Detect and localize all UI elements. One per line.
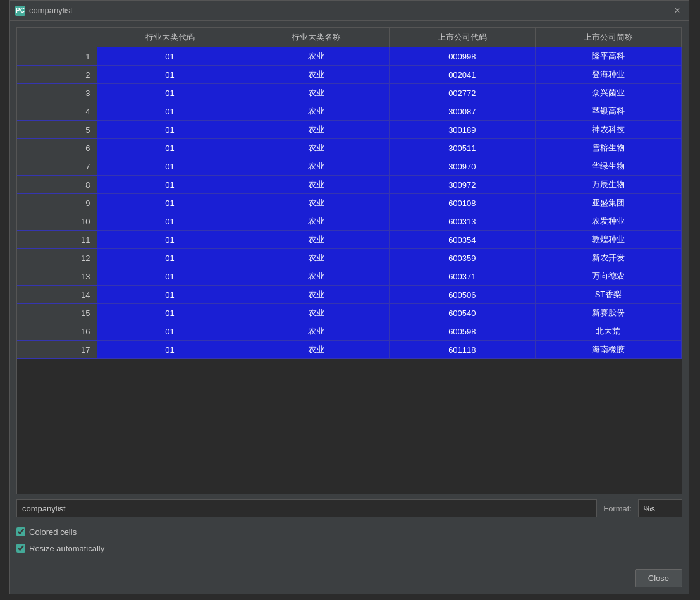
cell-row-num: 6 bbox=[17, 139, 97, 157]
table-row: 701农业300970华绿生物 bbox=[17, 157, 682, 176]
close-button[interactable]: Close bbox=[635, 569, 682, 587]
cell-col4: 隆平高科 bbox=[535, 47, 681, 66]
cell-col2: 农业 bbox=[243, 66, 389, 84]
cell-col1: 01 bbox=[97, 212, 243, 231]
format-input[interactable] bbox=[638, 499, 682, 517]
cell-col1: 01 bbox=[97, 194, 243, 212]
cell-row-num: 14 bbox=[17, 286, 97, 304]
app-icon: PC bbox=[15, 6, 25, 16]
format-label: Format: bbox=[603, 504, 632, 513]
col-header-stock-code: 上市公司代码 bbox=[389, 28, 535, 47]
cell-row-num: 13 bbox=[17, 267, 97, 286]
cell-col3: 600598 bbox=[389, 322, 535, 341]
table-row: 101农业000998隆平高科 bbox=[17, 47, 682, 66]
cell-col4: 万向德农 bbox=[535, 267, 681, 286]
table-row: 1701农业601118海南橡胶 bbox=[17, 341, 682, 359]
cell-col1: 01 bbox=[97, 176, 243, 194]
close-icon[interactable]: × bbox=[671, 4, 684, 17]
cell-col4: 万辰生物 bbox=[535, 176, 681, 194]
dialog-title: companylist bbox=[29, 6, 671, 15]
table-row: 1601农业600598北大荒 bbox=[17, 322, 682, 341]
cell-col3: 300970 bbox=[389, 157, 535, 176]
cell-col2: 农业 bbox=[243, 84, 389, 102]
cell-col2: 农业 bbox=[243, 102, 389, 121]
cell-col1: 01 bbox=[97, 47, 243, 66]
bottom-actions: Close bbox=[16, 569, 682, 587]
cell-col1: 01 bbox=[97, 304, 243, 322]
cell-col1: 01 bbox=[97, 231, 243, 249]
cell-col2: 农业 bbox=[243, 194, 389, 212]
cell-row-num: 4 bbox=[17, 102, 97, 121]
table-container[interactable]: 行业大类代码 行业大类名称 上市公司代码 上市公司简称 101农业000998隆… bbox=[16, 27, 682, 494]
table-row: 1501农业600540新赛股份 bbox=[17, 304, 682, 322]
cell-col2: 农业 bbox=[243, 139, 389, 157]
resize-auto-checkbox[interactable] bbox=[16, 544, 25, 553]
col-header-row-num bbox=[17, 28, 97, 47]
cell-col4: 登海种业 bbox=[535, 66, 681, 84]
cell-col3: 300972 bbox=[389, 176, 535, 194]
cell-col1: 01 bbox=[97, 157, 243, 176]
col-header-stock-name: 上市公司简称 bbox=[535, 28, 681, 47]
col-header-industry-code: 行业大类代码 bbox=[97, 28, 243, 47]
cell-col2: 农业 bbox=[243, 249, 389, 267]
cell-col3: 600359 bbox=[389, 249, 535, 267]
table-row: 601农业300511雪榕生物 bbox=[17, 139, 682, 157]
table-row: 901农业600108亚盛集团 bbox=[17, 194, 682, 212]
cell-row-num: 12 bbox=[17, 249, 97, 267]
cell-col2: 农业 bbox=[243, 47, 389, 66]
cell-row-num: 17 bbox=[17, 341, 97, 359]
cell-col1: 01 bbox=[97, 267, 243, 286]
cell-col2: 农业 bbox=[243, 286, 389, 304]
cell-row-num: 10 bbox=[17, 212, 97, 231]
cell-col4: 众兴菌业 bbox=[535, 84, 681, 102]
cell-col4: 海南橡胶 bbox=[535, 341, 681, 359]
cell-col4: 雪榕生物 bbox=[535, 139, 681, 157]
cell-col4: ST香梨 bbox=[535, 286, 681, 304]
cell-col4: 新农开发 bbox=[535, 249, 681, 267]
table-row: 1101农业600354敦煌种业 bbox=[17, 231, 682, 249]
dialog-titlebar: PC companylist × bbox=[10, 1, 689, 21]
table-row: 1401农业600506ST香梨 bbox=[17, 286, 682, 304]
cell-col1: 01 bbox=[97, 286, 243, 304]
table-row: 501农业300189神农科技 bbox=[17, 121, 682, 139]
cell-col3: 600108 bbox=[389, 194, 535, 212]
cell-col3: 300189 bbox=[389, 121, 535, 139]
table-header-row: 行业大类代码 行业大类名称 上市公司代码 上市公司简称 bbox=[17, 28, 682, 47]
cell-row-num: 7 bbox=[17, 157, 97, 176]
cell-row-num: 11 bbox=[17, 231, 97, 249]
cell-col4: 亚盛集团 bbox=[535, 194, 681, 212]
cell-col2: 农业 bbox=[243, 176, 389, 194]
cell-col4: 北大荒 bbox=[535, 322, 681, 341]
cell-col3: 000998 bbox=[389, 47, 535, 66]
cell-col1: 01 bbox=[97, 84, 243, 102]
dialog-body: 行业大类代码 行业大类名称 上市公司代码 上市公司简称 101农业000998隆… bbox=[10, 21, 689, 594]
colored-cells-label: Colored cells bbox=[29, 527, 77, 537]
cell-row-num: 8 bbox=[17, 176, 97, 194]
bottom-controls: Format: Colored cells Resize automatical… bbox=[16, 499, 682, 587]
cell-col1: 01 bbox=[97, 341, 243, 359]
cell-row-num: 1 bbox=[17, 47, 97, 66]
cell-col3: 600371 bbox=[389, 267, 535, 286]
cell-col3: 601118 bbox=[389, 341, 535, 359]
cell-col3: 600506 bbox=[389, 286, 535, 304]
cell-col2: 农业 bbox=[243, 121, 389, 139]
cell-col3: 600540 bbox=[389, 304, 535, 322]
cell-col1: 01 bbox=[97, 322, 243, 341]
cell-row-num: 15 bbox=[17, 304, 97, 322]
colored-cells-checkbox[interactable] bbox=[16, 527, 25, 536]
cell-col4: 农发种业 bbox=[535, 212, 681, 231]
cell-col2: 农业 bbox=[243, 267, 389, 286]
table-row: 1001农业600313农发种业 bbox=[17, 212, 682, 231]
data-table: 行业大类代码 行业大类名称 上市公司代码 上市公司简称 101农业000998隆… bbox=[17, 28, 682, 359]
cell-row-num: 3 bbox=[17, 84, 97, 102]
cell-col2: 农业 bbox=[243, 322, 389, 341]
cell-row-num: 2 bbox=[17, 66, 97, 84]
name-input[interactable] bbox=[16, 499, 597, 517]
colored-cells-row: Colored cells bbox=[16, 523, 682, 540]
cell-col4: 神农科技 bbox=[535, 121, 681, 139]
cell-col3: 600313 bbox=[389, 212, 535, 231]
cell-col4: 茎银高科 bbox=[535, 102, 681, 121]
resize-auto-label: Resize automatically bbox=[29, 544, 104, 553]
name-format-row: Format: bbox=[16, 499, 682, 517]
cell-col1: 01 bbox=[97, 139, 243, 157]
